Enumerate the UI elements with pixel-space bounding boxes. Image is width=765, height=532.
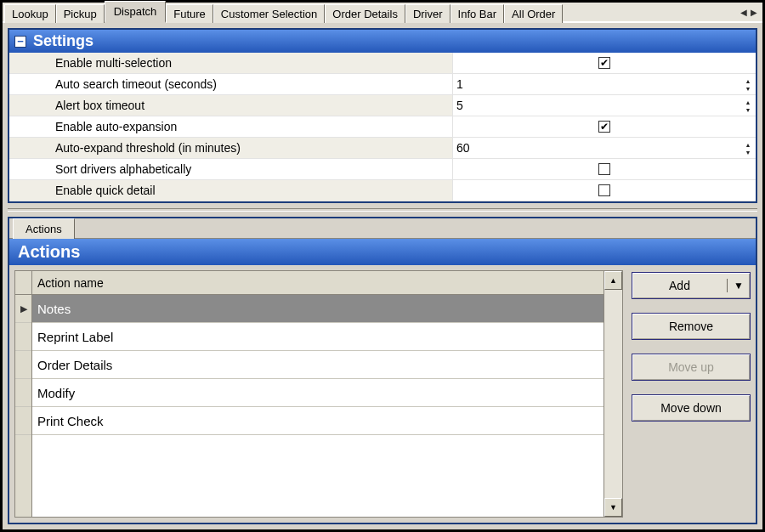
settings-header: − Settings <box>9 30 756 53</box>
checkbox-icon[interactable]: ✔ <box>598 121 610 133</box>
setting-value-check[interactable] <box>453 159 756 180</box>
setting-label: Enable quick detail <box>9 180 453 201</box>
setting-value-check[interactable]: ✔ <box>453 116 756 138</box>
row-header-column: ▶ <box>15 271 32 517</box>
list-item[interactable]: Order Details <box>32 351 604 379</box>
tab-scroll-right-icon[interactable]: ▶ <box>749 6 759 18</box>
spin-up-icon[interactable]: ▲ <box>742 99 754 105</box>
tab-future[interactable]: Future <box>166 4 213 23</box>
tab-all-order[interactable]: All Order <box>504 4 563 23</box>
row-indicator <box>15 351 31 379</box>
collapse-icon[interactable]: − <box>14 36 26 48</box>
tab-pickup[interactable]: Pickup <box>56 4 105 23</box>
tab-scroll: ◀ ▶ <box>739 3 762 21</box>
spin-value: 5 <box>456 99 463 112</box>
setting-value-spin[interactable]: 1 ▲▼ <box>453 74 756 95</box>
tab-scroll-left-icon[interactable]: ◀ <box>739 6 749 18</box>
checkbox-icon[interactable] <box>598 184 610 196</box>
setting-value-spin[interactable]: 60 ▲▼ <box>453 138 756 159</box>
setting-label: Enable multi-selection <box>9 53 453 74</box>
tab-driver[interactable]: Driver <box>405 4 450 23</box>
list-item[interactable]: Modify <box>32 379 604 407</box>
lower-tabstrip: Actions <box>9 218 756 239</box>
tab-order-details[interactable]: Order Details <box>325 4 405 23</box>
tab-actions[interactable]: Actions <box>13 218 75 239</box>
setting-value-check[interactable] <box>453 180 756 201</box>
tab-dispatch[interactable]: Dispatch <box>105 1 167 23</box>
spin-up-icon[interactable]: ▲ <box>742 141 754 148</box>
settings-grid: Enable multi-selection ✔ Auto search tim… <box>9 53 756 201</box>
add-button[interactable]: Add ▼ <box>632 272 751 299</box>
scroll-up-icon[interactable]: ▲ <box>604 271 622 290</box>
window-root: Lookup Pickup Dispatch Future Customer S… <box>0 0 765 532</box>
spin-value: 1 <box>456 77 463 91</box>
tab-lookup[interactable]: Lookup <box>4 4 56 23</box>
tab-customer-selection[interactable]: Customer Selection <box>213 4 325 23</box>
setting-label: Sort drivers alphabetically <box>9 159 453 180</box>
actions-panel: Actions Actions ▶ Action name Notes Repr… <box>8 217 757 524</box>
column-header[interactable]: Action name <box>32 271 604 295</box>
current-row-icon: ▶ <box>20 303 27 314</box>
remove-button[interactable]: Remove <box>632 313 751 340</box>
row-indicator <box>15 379 31 407</box>
setting-label: Auto search timeout (seconds) <box>9 74 453 95</box>
setting-label: Enable auto-expansion <box>9 116 453 138</box>
scroll-down-icon[interactable]: ▼ <box>604 498 622 517</box>
checkbox-icon[interactable] <box>598 163 610 175</box>
row-indicator: ▶ <box>15 295 31 323</box>
spin-value: 60 <box>456 141 470 155</box>
add-dropdown-icon[interactable]: ▼ <box>728 280 750 291</box>
actions-body: ▶ Action name Notes Reprint Label Order … <box>9 265 756 523</box>
setting-label: Alert box timeout <box>9 95 453 116</box>
setting-value-check[interactable]: ✔ <box>453 53 756 74</box>
move-down-button[interactable]: Move down <box>632 394 751 422</box>
list-item[interactable]: Notes <box>32 295 604 323</box>
spin-down-icon[interactable]: ▼ <box>742 106 754 113</box>
setting-label: Auto-expand threshold (in minutes) <box>9 138 453 159</box>
spinner[interactable]: ▲▼ <box>742 141 754 156</box>
row-indicator <box>15 323 31 351</box>
spinner[interactable]: ▲▼ <box>742 77 754 92</box>
checkbox-icon[interactable]: ✔ <box>598 57 610 69</box>
grid-main: Action name Notes Reprint Label Order De… <box>32 271 604 517</box>
move-up-button[interactable]: Move up <box>632 354 751 381</box>
spin-down-icon[interactable]: ▼ <box>742 85 754 92</box>
spin-up-icon[interactable]: ▲ <box>742 77 754 84</box>
divider <box>8 208 757 212</box>
spin-down-icon[interactable]: ▼ <box>742 149 754 156</box>
list-item[interactable]: Reprint Label <box>32 323 604 351</box>
main-tabstrip: Lookup Pickup Dispatch Future Customer S… <box>3 3 762 23</box>
row-indicator <box>15 407 31 435</box>
vertical-scrollbar[interactable]: ▲ ▼ <box>604 271 622 517</box>
spinner[interactable]: ▲▼ <box>742 99 754 113</box>
grid-corner <box>15 271 31 295</box>
setting-value-spin[interactable]: 5 ▲▼ <box>453 95 756 116</box>
add-button-label: Add <box>632 279 728 292</box>
actions-header: Actions <box>9 239 756 265</box>
list-item[interactable]: Print Check <box>32 407 604 435</box>
button-column: Add ▼ Remove Move up Move down <box>632 270 751 518</box>
tab-info-bar[interactable]: Info Bar <box>450 4 505 23</box>
settings-title: Settings <box>33 32 94 50</box>
actions-grid: ▶ Action name Notes Reprint Label Order … <box>14 270 623 518</box>
settings-section: − Settings Enable multi-selection ✔ Auto… <box>8 28 757 203</box>
